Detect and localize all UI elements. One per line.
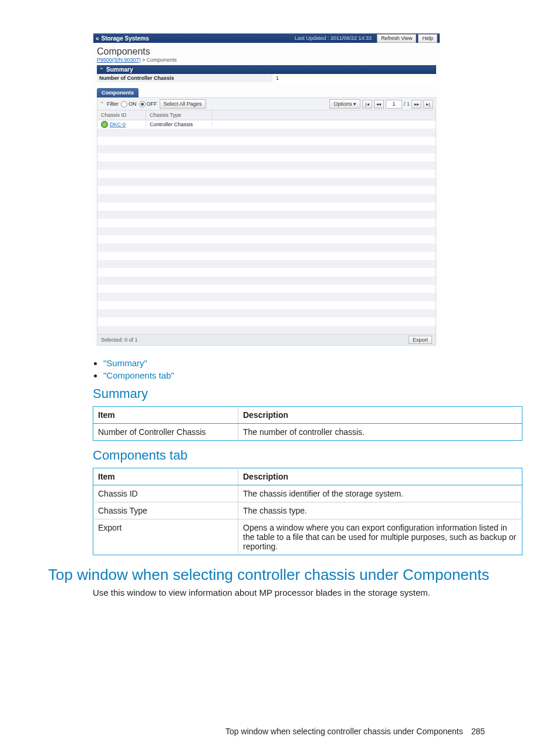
- body-paragraph: Use this window to view information abou…: [93, 588, 522, 598]
- filter-label: Filter: [107, 101, 119, 107]
- app-screenshot: « Storage Systems Last Updated : 2011/06…: [93, 33, 440, 346]
- collapse-icon[interactable]: ⌃: [100, 101, 104, 107]
- page-total-label: / 1: [404, 101, 410, 107]
- grid-header-chassis-id[interactable]: Chassis ID: [97, 110, 146, 120]
- filter-on-radio[interactable]: ON: [121, 101, 137, 107]
- page-first-button[interactable]: |◂: [362, 100, 372, 109]
- table-row: Chassis Type The chassis type.: [93, 502, 522, 519]
- page-next-button[interactable]: ▸▸: [411, 100, 421, 109]
- page-title: Components: [97, 46, 436, 57]
- footer-text: Top window when selecting controller cha…: [225, 727, 463, 736]
- radio-selected-icon: [139, 101, 146, 107]
- help-button[interactable]: Help: [418, 34, 437, 43]
- select-all-pages-button[interactable]: Select All Pages: [160, 99, 206, 109]
- section-heading-summary: Summary: [93, 386, 522, 401]
- page-last-button[interactable]: ▸|: [423, 100, 433, 109]
- bullet-list: "Summary" "Components tab": [93, 358, 522, 380]
- table-header: Item: [93, 407, 238, 424]
- table-row[interactable]: DKC-0 Controller Chassis: [97, 120, 436, 129]
- chassis-id-link[interactable]: DKC-0: [110, 121, 126, 127]
- table-header: Item: [93, 468, 238, 485]
- export-button[interactable]: Export: [409, 336, 432, 344]
- section-heading-components-tab: Components tab: [93, 448, 522, 463]
- grid-body: DKC-0 Controller Chassis: [97, 120, 436, 334]
- breadcrumb-sep: >: [142, 57, 145, 63]
- summary-row: Number of Controller Chassis 1: [97, 74, 436, 82]
- table-header: Description: [238, 407, 522, 424]
- filter-off-radio[interactable]: OFF: [139, 101, 157, 107]
- summary-section-label: Summary: [106, 66, 133, 73]
- last-updated-label: Last Updated : 2011/06/22 14:33: [295, 35, 372, 41]
- breadcrumb-current: Components: [147, 57, 177, 63]
- list-item[interactable]: "Components tab": [103, 370, 522, 380]
- table-row: Export Opens a window where you can expo…: [93, 519, 522, 555]
- grid-header-chassis-type[interactable]: Chassis Type: [146, 110, 212, 120]
- back-chevron-icon[interactable]: «: [96, 35, 99, 42]
- page-input[interactable]: 1: [386, 100, 402, 109]
- filter-bar: ⌃ Filter ON OFF Select All Pages Options…: [97, 97, 436, 110]
- chevron-down-icon: ▾: [353, 101, 356, 107]
- selection-count-label: Selected: 0 of 1: [101, 337, 138, 343]
- summary-section-header[interactable]: ⌃ Summary: [97, 65, 436, 74]
- list-item[interactable]: "Summary": [103, 358, 522, 368]
- summary-table: Item Description Number of Controller Ch…: [93, 406, 522, 441]
- nav-back-label[interactable]: Storage Systems: [102, 35, 149, 42]
- tab-components[interactable]: Components: [97, 88, 139, 97]
- page-number: 285: [471, 727, 485, 736]
- table-row: Chassis ID The chassis identifier of the…: [93, 485, 522, 502]
- chassis-icon: [101, 121, 108, 128]
- collapse-icon: ⌃: [99, 67, 104, 73]
- chassis-type-cell: Controller Chassis: [146, 121, 212, 127]
- summary-row-value: 1: [272, 74, 436, 82]
- summary-row-label: Number of Controller Chassis: [97, 74, 272, 82]
- grid-header: Chassis ID Chassis Type: [97, 110, 436, 120]
- status-bar: Selected: 0 of 1 Export: [97, 334, 436, 346]
- refresh-view-button[interactable]: Refresh View: [377, 34, 416, 43]
- options-button[interactable]: Options ▾: [329, 99, 360, 109]
- radio-icon: [121, 101, 127, 107]
- page-footer: Top window when selecting controller cha…: [38, 727, 522, 736]
- main-heading: Top window when selecting controller cha…: [48, 566, 522, 584]
- breadcrumb-link[interactable]: P9500(S/N:90307): [97, 57, 141, 63]
- table-row: Number of Controller Chassis The number …: [93, 424, 522, 441]
- titlebar: « Storage Systems Last Updated : 2011/06…: [93, 33, 440, 43]
- table-header: Description: [238, 468, 522, 485]
- breadcrumb: P9500(S/N:90307) > Components: [97, 57, 436, 63]
- page-prev-button[interactable]: ◂◂: [374, 100, 384, 109]
- tab-bar: Components: [97, 88, 436, 97]
- components-table: Item Description Chassis ID The chassis …: [93, 468, 522, 555]
